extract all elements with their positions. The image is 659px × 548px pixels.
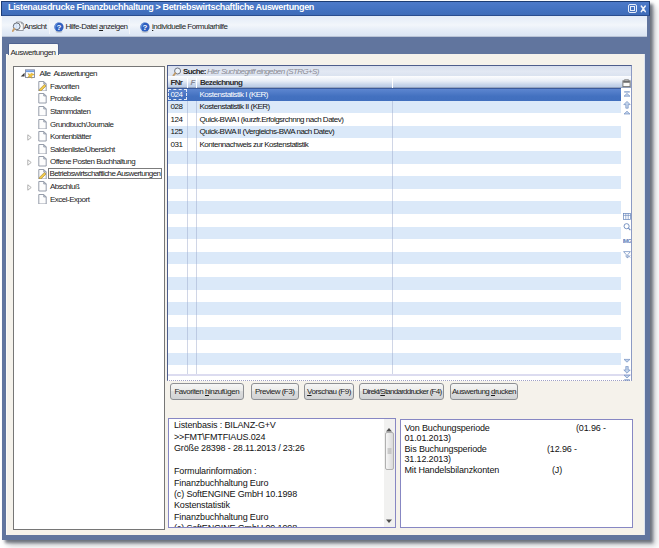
svg-text:IMG: IMG	[623, 238, 631, 244]
svg-text:?: ?	[57, 23, 62, 32]
svg-text:?: ?	[143, 23, 148, 32]
